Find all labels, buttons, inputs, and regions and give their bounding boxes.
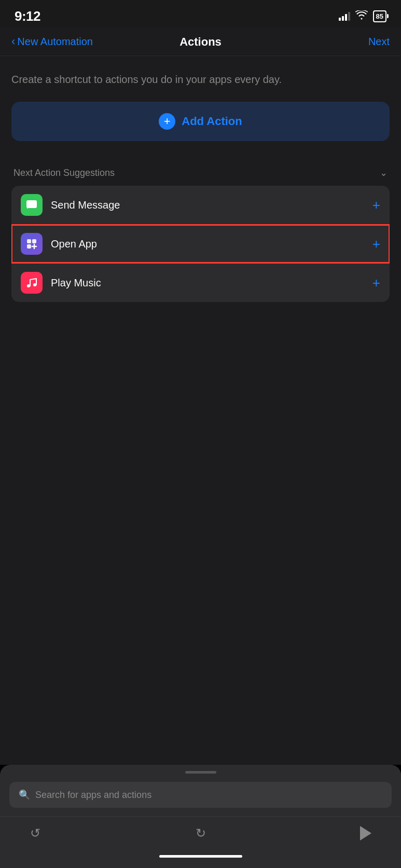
sheet-handle bbox=[0, 765, 401, 778]
action-item-send-message[interactable]: Send Message + bbox=[11, 186, 390, 224]
send-message-add-icon[interactable]: + bbox=[372, 198, 380, 212]
battery-icon: 85 bbox=[373, 10, 386, 22]
search-icon: 🔍 bbox=[19, 789, 30, 801]
status-bar: 9:12 85 bbox=[0, 0, 401, 28]
open-app-label: Open App bbox=[51, 238, 364, 250]
back-arrow-icon: ‹ bbox=[11, 35, 15, 48]
open-app-add-icon[interactable]: + bbox=[372, 237, 380, 251]
page-container: 9:12 85 ‹ New A bbox=[0, 0, 401, 868]
action-list: Send Message + Open App + bbox=[11, 186, 390, 302]
play-icon bbox=[360, 826, 371, 841]
svg-rect-3 bbox=[27, 244, 31, 249]
wifi-icon bbox=[355, 10, 368, 22]
suggestions-title: Next Action Suggestions bbox=[13, 168, 115, 178]
svg-point-4 bbox=[27, 284, 30, 287]
svg-point-5 bbox=[33, 283, 36, 286]
back-button[interactable]: ‹ New Automation bbox=[11, 35, 93, 48]
nav-bar: ‹ New Automation Actions Next bbox=[0, 28, 401, 56]
next-button[interactable]: Next bbox=[368, 36, 390, 48]
action-item-open-app[interactable]: Open App + bbox=[11, 225, 390, 263]
main-content: Create a shortcut to actions you do in y… bbox=[0, 56, 401, 539]
add-action-circle-icon: + bbox=[159, 113, 175, 130]
status-time: 9:12 bbox=[15, 8, 40, 24]
chevron-down-icon[interactable]: ⌄ bbox=[380, 167, 388, 178]
add-action-button[interactable]: + Add Action bbox=[11, 102, 390, 141]
content-spacer bbox=[0, 539, 401, 765]
messages-icon bbox=[21, 194, 43, 216]
play-music-label: Play Music bbox=[51, 277, 364, 289]
signal-icon bbox=[339, 11, 350, 21]
music-icon bbox=[21, 272, 43, 294]
svg-rect-1 bbox=[27, 239, 31, 243]
undo-icon: ↺ bbox=[30, 826, 40, 841]
status-icons: 85 bbox=[339, 10, 386, 22]
handle-bar bbox=[185, 771, 216, 774]
redo-button[interactable]: ↻ bbox=[191, 824, 210, 843]
toolbar: ↺ ↻ bbox=[0, 816, 401, 850]
open-app-icon bbox=[21, 233, 43, 255]
bottom-sheet: 🔍 Search for apps and actions ↺ ↻ bbox=[0, 765, 401, 868]
play-music-add-icon[interactable]: + bbox=[372, 276, 380, 290]
play-button[interactable] bbox=[356, 824, 375, 843]
send-message-label: Send Message bbox=[51, 199, 364, 211]
undo-button[interactable]: ↺ bbox=[26, 824, 45, 843]
svg-rect-2 bbox=[32, 239, 36, 243]
redo-icon: ↻ bbox=[196, 826, 206, 841]
home-bar bbox=[159, 855, 242, 858]
add-action-label: Add Action bbox=[182, 115, 242, 128]
search-area: 🔍 Search for apps and actions bbox=[0, 778, 401, 816]
suggestions-header: Next Action Suggestions ⌄ bbox=[11, 167, 390, 178]
back-label: New Automation bbox=[17, 36, 93, 48]
search-placeholder-text: Search for apps and actions bbox=[35, 790, 151, 801]
nav-title: Actions bbox=[179, 35, 222, 49]
search-bar[interactable]: 🔍 Search for apps and actions bbox=[9, 782, 392, 808]
description-text: Create a shortcut to actions you do in y… bbox=[11, 72, 390, 87]
home-indicator bbox=[0, 850, 401, 868]
action-item-play-music[interactable]: Play Music + bbox=[11, 264, 390, 302]
